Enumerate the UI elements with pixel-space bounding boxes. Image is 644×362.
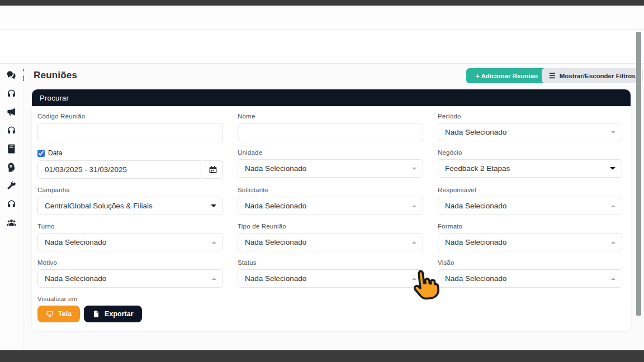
date-range-input[interactable] [37, 160, 201, 179]
field-label: Tipo de Reunião [238, 223, 423, 230]
chevron-down-icon [412, 168, 416, 170]
page-title: Reuniões [34, 70, 77, 81]
chevron-up-icon [212, 241, 216, 244]
chevron-up-icon [412, 205, 416, 207]
date-range-group [37, 160, 223, 179]
field-label: Motivo [37, 259, 223, 266]
field-tipo-reuniao: Tipo de Reunião Nada Selecionado [238, 223, 423, 251]
field-data: Data [37, 149, 223, 179]
chevron-down-icon [611, 131, 615, 134]
selected-value: Nada Selecionado [45, 238, 106, 246]
window-bottom-bar [0, 350, 644, 362]
head-gear-icon[interactable] [6, 162, 17, 173]
add-meeting-button[interactable]: + Adicionar Reunião [466, 68, 547, 83]
field-visao: Visão Nada Selecionado [438, 259, 622, 288]
chevron-down-icon [610, 167, 615, 170]
field-negocio: Negócio Feedback 2 Etapas [438, 149, 622, 179]
solicitante-select[interactable]: Nada Selecionado [238, 197, 423, 215]
field-label: Nome [238, 113, 423, 120]
field-label: Campanha [37, 187, 223, 193]
selected-value: Nada Selecionado [45, 274, 106, 283]
nome-input[interactable] [238, 123, 423, 141]
view-screen-label: Tela [58, 310, 72, 318]
field-responsavel: Responsável Nada Selecionado [438, 187, 622, 215]
file-export-icon [92, 310, 100, 318]
calendar-button[interactable] [203, 160, 223, 179]
selected-value: Nada Selecionado [245, 238, 306, 246]
field-label: Código Reunião [37, 113, 223, 120]
field-nome: Nome [238, 113, 423, 141]
selected-value: Nada Selecionado [445, 238, 506, 246]
toggle-filters-button[interactable]: ☰ Mostrar/Esconder Filtros [542, 68, 643, 83]
periodo-select[interactable]: Nada Selecionado [438, 123, 622, 141]
data-checkbox[interactable] [37, 150, 45, 157]
field-codigo-reuniao: Código Reunião [37, 113, 223, 141]
status-select[interactable]: Nada Selecionado [238, 269, 423, 288]
toggle-filters-label: Mostrar/Esconder Filtros [560, 73, 636, 79]
field-campanha: Campanha CentralGlobal Soluções & Filiai… [37, 187, 223, 215]
selected-value: Nada Selecionado [245, 274, 306, 283]
scrollbar-thumb[interactable] [636, 32, 641, 316]
field-turno: Turno Nada Selecionado [37, 223, 223, 251]
field-motivo: Motivo Nada Selecionado [37, 259, 223, 288]
headset-icon[interactable] [6, 125, 17, 136]
field-label: Turno [37, 223, 223, 230]
selected-value: Nada Selecionado [245, 202, 306, 210]
chevron-up-icon [212, 278, 216, 280]
view-screen-button[interactable]: Tela [37, 306, 80, 322]
field-solicitante: Solicitante Nada Selecionado [238, 187, 423, 215]
field-label: Formato [438, 223, 622, 230]
field-status: Status Nada Selecionado [238, 259, 423, 288]
chevron-up-icon [611, 241, 615, 244]
selected-value: Nada Selecionado [445, 274, 506, 283]
export-button[interactable]: Exportar [84, 306, 141, 322]
chevron-up-icon [611, 205, 615, 207]
field-visualizar-em: Visualizar em Tela Exportar [37, 296, 223, 322]
search-panel: Procurar Código Reunião Nome Período Nad… [32, 89, 631, 331]
selected-value: Nada Selecionado [445, 202, 506, 210]
monitor-icon [46, 310, 54, 318]
visao-select[interactable]: Nada Selecionado [438, 269, 622, 288]
users-icon[interactable] [6, 217, 17, 228]
chevron-up-icon [611, 278, 615, 280]
motivo-select[interactable]: Nada Selecionado [37, 269, 223, 288]
tipo-reuniao-select[interactable]: Nada Selecionado [238, 233, 423, 251]
sidebar [0, 64, 23, 350]
field-label: Período [438, 113, 622, 120]
field-label: Data [48, 149, 62, 157]
selected-value: CentralGlobal Soluções & Filiais [45, 202, 153, 210]
chevron-down-icon [211, 204, 216, 207]
turno-select[interactable]: Nada Selecionado [37, 233, 223, 251]
negocio-select[interactable]: Feedback 2 Etapas [438, 159, 622, 178]
field-unidade: Unidade Nada Selecionado [238, 149, 423, 179]
chat-bubbles-icon[interactable] [6, 70, 17, 80]
window-top-bar [0, 0, 644, 6]
field-label: Solicitante [238, 187, 423, 193]
book-icon[interactable] [6, 144, 17, 154]
headset-icon[interactable] [6, 199, 17, 209]
wrench-icon[interactable] [6, 180, 17, 191]
megaphone-icon[interactable] [6, 107, 17, 117]
field-label: Negócio [438, 149, 622, 156]
field-periodo: Período Nada Selecionado [438, 113, 622, 141]
field-label: Visualizar em [37, 296, 223, 302]
chevron-up-icon [412, 241, 416, 244]
field-label: Unidade [238, 149, 423, 156]
formato-select[interactable]: Nada Selecionado [438, 233, 622, 251]
calendar-icon [209, 165, 217, 174]
field-label: Status [238, 259, 423, 266]
codigo-reuniao-input[interactable] [37, 123, 223, 141]
field-formato: Formato Nada Selecionado [438, 223, 622, 251]
chevron-up-icon [412, 278, 416, 280]
selected-value: Nada Selecionado [445, 128, 506, 136]
headset-icon[interactable] [6, 88, 17, 99]
field-label: Responsável [438, 187, 622, 193]
unidade-select[interactable]: Nada Selecionado [238, 159, 423, 178]
campanha-select[interactable]: CentralGlobal Soluções & Filiais [37, 197, 223, 215]
field-label: Visão [438, 259, 622, 266]
panel-title: Procurar [32, 89, 631, 106]
selected-value: Feedback 2 Etapas [445, 164, 510, 173]
selected-value: Nada Selecionado [245, 164, 306, 173]
hamburger-icon: ☰ [549, 72, 556, 79]
responsavel-select[interactable]: Nada Selecionado [438, 197, 622, 215]
